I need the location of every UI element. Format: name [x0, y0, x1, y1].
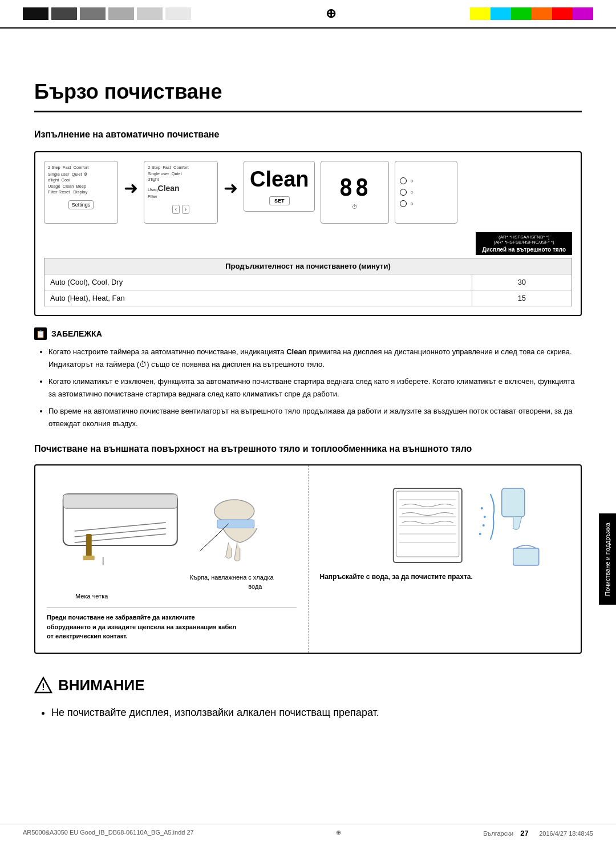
- illus-right-svg: [320, 477, 570, 568]
- remote-panel-2: 2-Step Fast ComfortSingle user Quietd'li…: [144, 161, 218, 224]
- footer-page: 27: [520, 829, 528, 837]
- minutes-1: 30: [472, 274, 572, 290]
- button-panel: ○ ○ ○: [395, 161, 457, 224]
- nav-left-btn[interactable]: ‹: [172, 205, 180, 214]
- illus-right: Напръскайте с вода, за да почистите прах…: [309, 465, 581, 653]
- note-item-2: Когато климатикът е изключен, функцията …: [48, 375, 582, 400]
- color-block-3: [80, 7, 106, 20]
- color-block-5: [137, 7, 163, 20]
- note-icon: 📋: [34, 327, 47, 340]
- compass-symbol: ⊕: [326, 6, 336, 21]
- illus-left: Кърпа, навлажнена с хладка вода Мека чет…: [35, 465, 309, 653]
- note-label: ЗАБЕЛЕЖКА: [51, 329, 102, 338]
- color-block-right-6: [573, 7, 593, 20]
- svg-rect-8: [83, 556, 95, 560]
- inner-label-2: (AR* *HSFSB/HSFNC/JSF* *): [482, 240, 566, 245]
- color-block-right-4: [532, 7, 552, 20]
- mode-1: Auto (Cool), Cool, Dry: [44, 274, 472, 290]
- note-item-3: По време на автоматично почистване венти…: [48, 405, 582, 430]
- table-row: Auto (Heat), Heat, Fan 15: [44, 290, 572, 306]
- illustrations-row: Кърпа, навлажнена с хладка вода Мека чет…: [34, 464, 582, 654]
- note-section: 📋 ЗАБЕЛЕЖКА Когато настроите таймера за …: [34, 327, 582, 431]
- set-button[interactable]: SET: [269, 196, 290, 205]
- svg-rect-7: [86, 534, 92, 557]
- color-block-1: [23, 7, 48, 20]
- color-block-4: [108, 7, 134, 20]
- warning-title: ВНИМАНИЕ: [58, 677, 144, 694]
- remote-text-2: 2-Step Fast ComfortSingle user Quietd'li…: [148, 165, 214, 200]
- remote-panel-1: 2 Step Fast ComfortSingle user Quiet ⚙d'…: [44, 161, 118, 224]
- warning-icon: !: [34, 677, 52, 695]
- color-block-2: [51, 7, 77, 20]
- duration-table: Продължителност на почистването (минути)…: [44, 258, 572, 306]
- svg-point-19: [480, 507, 483, 509]
- diagram-box: 2 Step Fast ComfortSingle user Quiet ⚙d'…: [34, 151, 582, 316]
- footer-right: Български 27 2016/4/27 18:48:45: [483, 829, 593, 837]
- color-block-right-5: [552, 7, 573, 20]
- arrow-2: ➜: [224, 161, 238, 198]
- illus-left-label2: вода: [47, 582, 262, 592]
- illus-left-label1: Кърпа, навлажнена с хладка: [47, 573, 274, 582]
- footer-compass: ⊕: [336, 829, 341, 837]
- remote-text-1: 2 Step Fast ComfortSingle user Quiet ⚙d'…: [48, 165, 114, 196]
- settings-btn-remote[interactable]: Settings: [68, 200, 94, 209]
- warning-section: ! ВНИМАНИЕ Не почиствайте дисплея, изпол…: [34, 668, 582, 730]
- color-block-right-2: [491, 7, 511, 20]
- svg-line-9: [200, 524, 229, 551]
- note-item-1: Когато настроите таймера за автоматично …: [48, 346, 582, 371]
- minutes-2: 15: [472, 290, 572, 306]
- footer-left: AR5000&A3050 EU Good_IB_DB68-06110A_BG_A…: [23, 829, 194, 837]
- svg-rect-24: [513, 548, 538, 565]
- nav-right-btn[interactable]: ›: [182, 205, 189, 214]
- illus-left-svg: [47, 477, 297, 568]
- duration-header: Продължителност на почистването (минути): [44, 258, 572, 274]
- footer-lang: Български: [483, 830, 513, 837]
- svg-rect-23: [501, 488, 524, 517]
- svg-rect-6: [217, 520, 254, 528]
- side-tab-text: Почистване и поддръжка: [604, 523, 611, 596]
- illus-left-label3: Мека четка: [47, 592, 297, 601]
- svg-rect-1: [63, 494, 177, 508]
- page-title: Бързо почистване: [34, 80, 582, 112]
- svg-text:!: !: [42, 682, 44, 692]
- section2-title: Почистване на външната повърхност на вът…: [34, 442, 582, 456]
- svg-point-20: [483, 516, 485, 518]
- warning-item-1: Не почиствайте дисплея, използвайки алка…: [51, 703, 582, 722]
- footer: AR5000&A3050 EU Good_IB_DB68-06110A_BG_A…: [0, 824, 616, 842]
- color-block-right-3: [511, 7, 532, 20]
- section1-title: Изпълнение на автоматично почистване: [34, 129, 582, 140]
- inner-label-1: (AR* *HSFSA/HSFNB* *): [482, 234, 566, 240]
- illus-left-warning: Преди почистване не забравяйте да изключ…: [47, 608, 297, 641]
- display-label: Дисплей на вътрешното тяло: [482, 246, 566, 253]
- table-row: Auto (Cool), Cool, Dry 30: [44, 274, 572, 290]
- footer-date: 2016/4/27 18:48:45: [539, 830, 593, 837]
- illus-right-caption: Напръскайте с вода, за да почистите прах…: [320, 573, 570, 581]
- color-block-6: [165, 7, 191, 20]
- svg-point-21: [482, 524, 484, 527]
- mode-2: Auto (Heat), Heat, Fan: [44, 290, 472, 306]
- svg-point-5: [214, 500, 254, 523]
- display-panel: 88 ⏱: [321, 161, 389, 224]
- svg-point-22: [479, 533, 481, 535]
- side-tab: Почистване и поддръжка: [599, 513, 616, 605]
- clean-display: Clean: [250, 167, 309, 192]
- color-block-right-1: [470, 7, 491, 20]
- arrow-1: ➜: [124, 161, 138, 198]
